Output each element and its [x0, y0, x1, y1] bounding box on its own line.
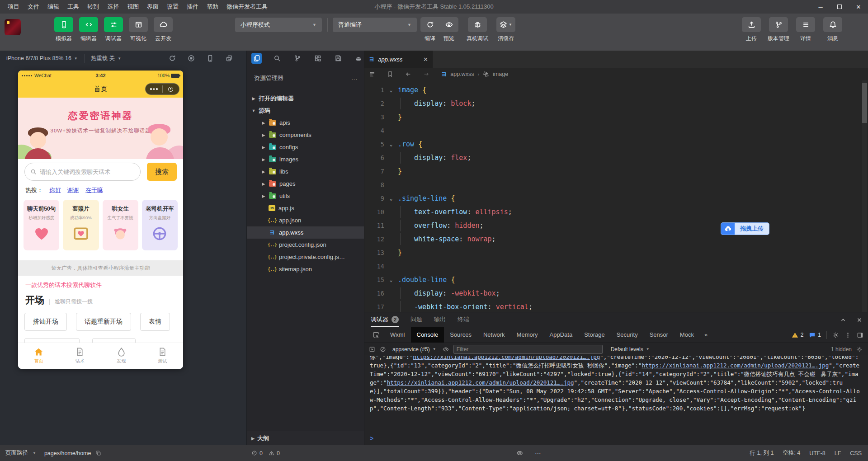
breadcrumb-symbol[interactable]: image: [493, 71, 508, 77]
save-icon[interactable]: [333, 53, 344, 64]
console-output[interactable]: 你","image":"https://xinlianai.app1212.co…: [364, 356, 868, 431]
whale-icon[interactable]: [354, 53, 364, 64]
console-prompt-row[interactable]: >: [364, 431, 868, 445]
more-vertical-icon[interactable]: [844, 332, 851, 339]
page-path-group[interactable]: 页面路径 ▼ pages/home/home: [5, 445, 101, 461]
search-box[interactable]: [24, 163, 141, 181]
drag-upload-button[interactable]: 拖拽上传: [721, 222, 769, 235]
menubar-item-6[interactable]: 视图: [123, 0, 143, 14]
more-icon[interactable]: [146, 88, 162, 90]
compile-mode-select[interactable]: 普通编译 ▼: [333, 18, 417, 32]
版本管理-button[interactable]: [769, 17, 788, 32]
filter-input[interactable]: [453, 345, 603, 354]
gear-icon[interactable]: [856, 346, 863, 353]
tree-file-app.json[interactable]: {..}app.json: [247, 214, 364, 226]
panel-tab-输出[interactable]: 输出: [434, 312, 446, 327]
phone-tab-首页[interactable]: 首页: [18, 343, 59, 369]
warning-icon[interactable]: [792, 332, 798, 339]
menubar-item-9[interactable]: 插件: [183, 0, 203, 14]
statusbar-item-2[interactable]: UTF-8: [809, 450, 825, 456]
breadcrumb-file[interactable]: app.wxss: [450, 71, 474, 77]
tree-folder-images[interactable]: ▶images: [247, 153, 364, 165]
devtools-tab-storage[interactable]: Storage: [578, 327, 611, 343]
tab-app-wxss[interactable]: ヨ app.wxss ✕: [364, 51, 433, 68]
menubar-item-10[interactable]: 帮助: [203, 0, 222, 14]
avatar[interactable]: [5, 19, 21, 35]
fold-chevron-icon[interactable]: ⌄: [384, 141, 398, 147]
menubar-item-11[interactable]: 微信开发者工具: [222, 0, 272, 14]
message-icon[interactable]: [809, 332, 816, 339]
panel-tab-终端[interactable]: 终端: [458, 312, 469, 327]
more-actions-icon[interactable]: ...: [351, 72, 358, 84]
menubar-item-0[interactable]: 项目: [4, 0, 24, 14]
feature-card[interactable]: 要照片 成功率90%: [63, 200, 99, 250]
tree-section-打开的编辑器[interactable]: ▶打开的编辑器: [247, 92, 364, 104]
statusbar-item-1[interactable]: 空格: 4: [783, 449, 800, 457]
feature-card[interactable]: 老司机开车 方向盘握好: [142, 200, 178, 250]
云开发-button[interactable]: [154, 17, 173, 32]
上传-button[interactable]: [742, 17, 761, 32]
live-expression-icon[interactable]: [443, 346, 449, 353]
branch-icon[interactable]: [292, 53, 302, 64]
消息-button[interactable]: [823, 17, 842, 32]
tree-folder-configs[interactable]: ▶configs: [247, 141, 364, 153]
chip-button[interactable]: 话题重新开场: [76, 313, 131, 331]
bookmark-icon[interactable]: [387, 71, 393, 77]
gear-icon[interactable]: [832, 332, 839, 339]
phone-tab-话术[interactable]: 话术: [59, 343, 100, 369]
tree-file-app.wxss[interactable]: ヨapp.wxss: [247, 226, 364, 239]
hot-reload-select[interactable]: 热重载 关 ▼: [85, 51, 127, 66]
clear-console-icon[interactable]: [380, 346, 386, 353]
close-tab-icon[interactable]: ✕: [423, 56, 428, 63]
code-editor[interactable]: 1 ⌄ image {2 display: block;3 }4 5 ⌄ .ro…: [364, 80, 862, 312]
menubar-item-5[interactable]: 选择: [103, 0, 123, 14]
tree-folder-apis[interactable]: ▶apis: [247, 117, 364, 129]
inspect-icon[interactable]: [373, 331, 380, 339]
record-icon[interactable]: [188, 55, 195, 62]
scrollbar-thumb[interactable]: [862, 83, 867, 123]
exit-icon[interactable]: [163, 87, 179, 92]
scheme-select[interactable]: 小程序模式 ▼: [235, 18, 322, 32]
tree-file-app.js[interactable]: JSapp.js: [247, 202, 364, 214]
devtools-tab-appdata[interactable]: AppData: [544, 327, 579, 343]
menubar-item-8[interactable]: 设置: [163, 0, 183, 14]
problems-group[interactable]: 0 0: [251, 445, 283, 461]
devtools-tab-mock[interactable]: Mock: [674, 327, 700, 343]
statusbar-item-3[interactable]: LF: [835, 450, 841, 456]
phone-icon[interactable]: [207, 55, 214, 62]
tree-file-sitemap.json[interactable]: {..}sitemap.json: [247, 263, 364, 275]
devtools-tab-network[interactable]: Network: [477, 327, 511, 343]
collapse-icon[interactable]: [840, 317, 846, 323]
more-icon[interactable]: ⋯: [535, 450, 542, 457]
tree-folder-components[interactable]: ▶components: [247, 129, 364, 141]
outline-section[interactable]: ▶ 大纲: [247, 431, 364, 445]
tree-section-源码[interactable]: ▼源码: [247, 104, 364, 117]
编译-button[interactable]: [420, 17, 439, 32]
devtools-tab-memory[interactable]: Memory: [511, 327, 544, 343]
refresh-icon[interactable]: [169, 55, 176, 62]
真机调试-button[interactable]: [468, 17, 487, 32]
devtools-tab-sources[interactable]: Sources: [444, 327, 477, 343]
phone-tab-发现[interactable]: 发现: [101, 343, 142, 369]
close-icon[interactable]: [856, 317, 863, 323]
log-levels-select[interactable]: Default levels ▼: [611, 346, 650, 353]
fold-chevron-icon[interactable]: ⌄: [384, 87, 398, 93]
chip-button[interactable]: 表情: [140, 313, 170, 331]
console-url-link[interactable]: https://xinlianai.app1212.com/admin/uplo…: [413, 356, 600, 360]
模拟器-button[interactable]: [54, 17, 73, 32]
详情-button[interactable]: [796, 17, 815, 32]
hot-search-link[interactable]: 谢谢: [67, 186, 79, 194]
console-sidebar-icon[interactable]: [369, 346, 375, 353]
statusbar-item-0[interactable]: 行 1, 列 1: [750, 449, 774, 457]
promo-banner[interactable]: 恋爱密语神器 30W+撩妹话术一键复制解决不尬聊话题: [18, 98, 183, 159]
phone-tab-测试[interactable]: 测试: [142, 343, 183, 369]
devtools-tab-security[interactable]: Security: [611, 327, 644, 343]
menubar-item-2[interactable]: 编辑: [43, 0, 63, 14]
back-arrow-icon[interactable]: [405, 71, 411, 77]
console-url-link[interactable]: https://xinlianai.app1212.com/admin/uplo…: [642, 362, 829, 369]
tree-folder-libs[interactable]: ▶libs: [247, 165, 364, 178]
context-select[interactable]: appservice (#5) ▼: [391, 346, 438, 353]
panel-tab-调试器[interactable]: 调试器2: [371, 312, 399, 327]
device-select[interactable]: iPhone 6/7/8 Plus 85% 16 ▼: [0, 51, 84, 66]
tree-folder-utils[interactable]: ▶utils: [247, 190, 364, 202]
